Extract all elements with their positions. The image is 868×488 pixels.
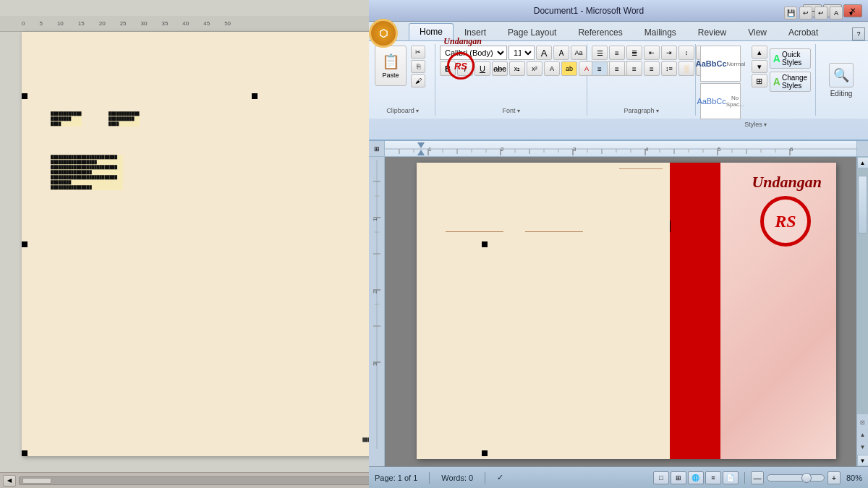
customize-btn[interactable]: ▾: [845, 7, 856, 20]
super-btn[interactable]: x²: [527, 61, 542, 76]
undo-btn[interactable]: ↩: [799, 7, 812, 20]
prev-page-icon[interactable]: ▲: [858, 429, 868, 440]
styles-scroll-down[interactable]: ▾: [752, 60, 767, 73]
page-top-line: [619, 168, 663, 169]
numbering-btn[interactable]: ≡: [609, 46, 625, 60]
full-screen-btn[interactable]: ⊞: [671, 471, 686, 484]
tab-review[interactable]: Review: [687, 24, 737, 40]
style-change[interactable]: AaBbCc No Spac...: [700, 83, 741, 119]
draft-btn[interactable]: 📄: [723, 471, 739, 484]
content-area: ████████████████████████ ███████████████…: [22, 97, 404, 456]
window-title: Document1 - Microsoft Word: [375, 6, 803, 16]
right-scrollbar: ▲ ⊡ ▲ ▼ ▼: [856, 157, 868, 466]
zoom-slider-thumb[interactable]: [801, 473, 812, 483]
highlight-btn[interactable]: ab: [561, 61, 577, 76]
scroll-thumb-vertical[interactable]: [858, 176, 867, 234]
sub-btn[interactable]: x₂: [509, 61, 525, 76]
clipboard-label: Clipboard ▾: [375, 107, 430, 114]
ruler-track: 1 2 3 4 5 6: [385, 141, 856, 156]
format-painter-btn[interactable]: 🖌: [411, 74, 425, 87]
decrease-indent-btn[interactable]: ⇤: [644, 46, 660, 60]
shrink-font-btn[interactable]: A: [553, 46, 569, 60]
font-expand[interactable]: ▾: [517, 108, 520, 114]
save-quick-btn[interactable]: 💾: [784, 7, 797, 20]
copy-btn[interactable]: ⎘: [411, 60, 425, 73]
font-format-btn[interactable]: A: [830, 7, 843, 20]
scroll-left-btn[interactable]: ◀: [3, 475, 16, 487]
zoom-fit-icon[interactable]: ⊡: [858, 417, 868, 427]
font-size-select[interactable]: 11: [509, 46, 535, 60]
handle-middle-right[interactable]: [482, 241, 488, 247]
change-styles-btn[interactable]: A Change Styles: [770, 72, 811, 92]
grow-font-btn[interactable]: A: [536, 46, 552, 60]
tab-page-layout[interactable]: Page Layout: [497, 24, 567, 40]
status-bar: Page: 1 of 1 Words: 0 ✓ □ ⊞ 🌐 ≡ 📄 — + 80…: [369, 466, 868, 488]
words-status[interactable]: Words: 0: [441, 474, 473, 482]
handle-bottom-right[interactable]: [482, 450, 488, 456]
handle-middle-left[interactable]: [22, 241, 27, 247]
zoom-controls: □ ⊞ 🌐 ≡ 📄 — + 80%: [653, 471, 862, 484]
handle-bottom-left[interactable]: [22, 450, 27, 456]
underline-btn[interactable]: U: [475, 61, 490, 76]
next-page-icon[interactable]: ▼: [858, 442, 868, 452]
svg-text:2: 2: [372, 290, 378, 294]
text-block-2: ██████████████████████████: [109, 111, 140, 127]
logo-text: Undangan: [443, 36, 482, 47]
zoom-in-btn[interactable]: +: [827, 471, 841, 484]
styles-scroll-up[interactable]: ▴: [752, 46, 767, 59]
align-center-btn[interactable]: ≡: [609, 61, 625, 76]
help-btn[interactable]: ?: [852, 27, 865, 40]
zoom-out-btn[interactable]: —: [751, 471, 764, 484]
styles-expand[interactable]: ▾: [764, 121, 767, 128]
line-spacing-btn[interactable]: ↕≡: [661, 61, 677, 76]
bullets-btn[interactable]: ☰: [592, 46, 608, 60]
office-button[interactable]: ⬡: [369, 19, 398, 48]
styles-more[interactable]: ⊞: [752, 74, 767, 87]
align-right-btn[interactable]: ≡: [626, 61, 642, 76]
outline-btn[interactable]: ≡: [705, 471, 721, 484]
multilevel-btn[interactable]: ≣: [626, 46, 642, 60]
title-bar: 💾 ↩ ↩ A ▾ Document1 - Microsoft Word — □…: [369, 0, 868, 22]
print-layout-btn[interactable]: □: [653, 471, 669, 484]
sort-btn[interactable]: ↕: [678, 46, 694, 60]
svg-text:6: 6: [790, 146, 793, 153]
style-quick[interactable]: AaBbCc Normal: [700, 46, 741, 82]
text-cursor: [670, 221, 671, 232]
scroll-up-btn[interactable]: ▲: [857, 157, 869, 168]
svg-marker-36: [417, 150, 425, 155]
font-group-label: Font ▾: [440, 107, 582, 114]
redo-btn[interactable]: ↩: [814, 7, 827, 20]
strikethrough-btn[interactable]: abc: [492, 61, 508, 76]
shading-btn[interactable]: ░: [678, 61, 694, 76]
clipboard-expand[interactable]: ▾: [416, 108, 419, 114]
handle-top-middle[interactable]: [252, 93, 258, 99]
quick-access-toolbar: 💾 ↩ ↩ A ▾: [781, 3, 859, 23]
ruler-toggle-btn[interactable]: ⊞: [369, 141, 385, 157]
zoom-slider[interactable]: [767, 474, 825, 481]
text-effects-btn[interactable]: A: [544, 61, 560, 76]
scroll-down-btn[interactable]: ▼: [857, 455, 869, 466]
svg-marker-35: [417, 142, 425, 148]
text-block-1: ████████████████████████: [51, 111, 82, 127]
zoom-level[interactable]: 80%: [846, 474, 862, 482]
ruler-svg: 1 2 3 4 5 6: [385, 141, 856, 156]
handle-top-left[interactable]: [22, 93, 27, 99]
clear-format-btn[interactable]: Aa: [571, 46, 587, 60]
tab-view[interactable]: View: [737, 24, 778, 40]
cut-btn[interactable]: ✂: [411, 46, 425, 59]
editing-label[interactable]: Editing: [830, 90, 853, 98]
quick-styles-btn[interactable]: A Quick Styles: [770, 48, 811, 69]
web-layout-btn[interactable]: 🌐: [688, 471, 704, 484]
tab-acrobat[interactable]: Acrobat: [778, 24, 829, 40]
page-status[interactable]: Page: 1 of 1: [375, 474, 417, 482]
tab-mailings[interactable]: Mailings: [634, 24, 687, 40]
scroll-track-vertical[interactable]: [857, 168, 868, 414]
scroll-thumb[interactable]: [22, 478, 51, 484]
paste-button[interactable]: 📋 Paste: [375, 46, 407, 86]
tab-references[interactable]: References: [567, 24, 633, 40]
justify-btn[interactable]: ≡: [644, 61, 660, 76]
increase-indent-btn[interactable]: ⇥: [661, 46, 677, 60]
paragraph-expand[interactable]: ▾: [656, 108, 659, 114]
paragraph-group-label: Paragraph ▾: [592, 107, 691, 114]
align-left-btn[interactable]: ≡: [592, 61, 608, 76]
